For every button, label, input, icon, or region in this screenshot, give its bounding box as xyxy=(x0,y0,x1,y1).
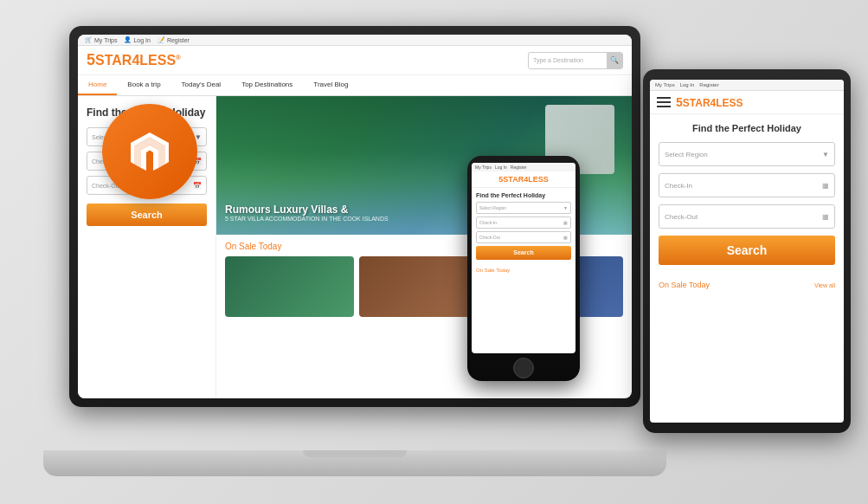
tablet-register: Register xyxy=(699,82,718,87)
laptop-search-box: Type a Destination 🔍 xyxy=(528,52,623,69)
phone-onsale: On Sale Today xyxy=(472,264,575,276)
tablet-body: My Trips Log In Register 5STAR4LESS xyxy=(643,69,851,433)
tablet-logo: 5STAR4LESS xyxy=(676,95,743,109)
phone-body: My Trips Log In Register 5STAR4LESS Find… xyxy=(467,156,580,381)
magento-logo xyxy=(102,104,197,199)
tablet-search-section: Find the Perfect Holiday Select Region ▼… xyxy=(650,114,844,274)
scene: 🛒 My Trips 👤 Log In 📝 Register xyxy=(0,0,868,504)
tablet-search-button[interactable]: Search xyxy=(659,236,835,265)
phone-cal-icon: ▦ xyxy=(563,220,568,225)
laptop-header: 5STAR4LESS® Type a Destination 🔍 xyxy=(78,46,632,75)
hamburger-icon[interactable] xyxy=(657,97,671,107)
laptop-nav: Home Book a trip Today's Deal Top Destin… xyxy=(78,75,632,96)
phone-cal-icon-2: ▦ xyxy=(563,235,568,240)
nav-todaysdeal[interactable]: Today's Deal xyxy=(171,75,232,95)
phone-region-field[interactable]: Select Region ▼ xyxy=(476,202,571,214)
search-icon[interactable]: 🔍 xyxy=(607,53,622,68)
tablet-cal-icon: ▦ xyxy=(822,182,829,190)
menu-line-3 xyxy=(657,106,671,107)
tablet-login: Log In xyxy=(680,82,695,87)
phone-logo: 5STAR4LESS xyxy=(472,171,575,188)
tablet-mytrips: My Trips xyxy=(655,82,675,87)
tablet-dropdown-icon: ▼ xyxy=(822,151,829,158)
tablet-screen: My Trips Log In Register 5STAR4LESS xyxy=(650,80,844,423)
search-button[interactable]: Search xyxy=(87,204,207,226)
phone-search-button[interactable]: Search xyxy=(476,246,571,260)
hero-text: Rumours Luxury Villas & 5 STAR VILLA ACC… xyxy=(225,204,389,222)
phone-login: Log In xyxy=(495,165,507,170)
laptop-topbar: 🛒 My Trips 👤 Log In 📝 Register xyxy=(78,35,632,46)
phone-section-title: Find the Perfect Holiday xyxy=(476,192,571,198)
sale-card-1[interactable] xyxy=(225,256,354,317)
phone-search-section: Find the Perfect Holiday Select Region ▼… xyxy=(472,188,575,264)
user-icon: 👤 xyxy=(124,36,132,43)
tablet-onsale: On Sale Today View all xyxy=(650,274,844,296)
topbar-mytrips[interactable]: 🛒 My Trips xyxy=(85,36,117,43)
cart-icon: 🛒 xyxy=(85,36,93,43)
menu-line-2 xyxy=(657,101,671,103)
nav-travelblog[interactable]: Travel Blog xyxy=(303,75,358,95)
hero-title: Rumours Luxury Villas & xyxy=(225,204,389,216)
phone-mytrips: My Trips xyxy=(475,165,492,170)
tablet-onsale-text: On Sale Today xyxy=(659,281,710,289)
tablet-section-title: Find the Perfect Holiday xyxy=(659,123,835,133)
hero-subtitle: 5 STAR VILLA ACCOMMODATION IN THE COOK I… xyxy=(225,216,389,222)
tablet-header: 5STAR4LESS xyxy=(650,91,844,114)
phone-screen: My Trips Log In Register 5STAR4LESS Find… xyxy=(472,163,575,353)
tablet-checkout-field[interactable]: Check-Out ▦ xyxy=(659,204,835,229)
phone-checkin-field[interactable]: Check-In ▦ xyxy=(476,216,571,229)
laptop-base xyxy=(43,450,666,476)
nav-bookatrip[interactable]: Book a trip xyxy=(117,75,170,95)
tablet-viewall[interactable]: View all xyxy=(814,282,835,288)
phone: My Trips Log In Register 5STAR4LESS Find… xyxy=(467,156,580,381)
register-icon: 📝 xyxy=(158,36,165,43)
nav-topdestinations[interactable]: Top Destinations xyxy=(231,75,303,95)
phone-checkout-field[interactable]: Check-Out ▦ xyxy=(476,231,571,243)
tablet-topbar: My Trips Log In Register xyxy=(650,80,844,91)
topbar-login[interactable]: 👤 Log In xyxy=(124,36,150,43)
phone-register: Register xyxy=(511,165,527,170)
laptop-logo: 5STAR4LESS® xyxy=(87,51,181,69)
phone-home-button[interactable] xyxy=(513,358,534,378)
nav-home[interactable]: Home xyxy=(78,75,117,95)
topbar-register[interactable]: 📝 Register xyxy=(158,36,190,43)
magento-icon xyxy=(124,126,176,178)
tablet-checkin-field[interactable]: Check-In ▦ xyxy=(659,173,835,197)
menu-line-1 xyxy=(657,97,671,99)
tablet-region-field[interactable]: Select Region ▼ xyxy=(659,142,835,166)
destination-input[interactable]: Type a Destination xyxy=(529,53,607,68)
tablet-cal-icon-2: ▦ xyxy=(822,213,829,221)
tablet: My Trips Log In Register 5STAR4LESS xyxy=(643,69,851,433)
phone-topbar: My Trips Log In Register xyxy=(472,163,575,171)
calendar-icon-2: 📅 xyxy=(193,182,202,190)
phone-dropdown-icon: ▼ xyxy=(563,205,568,210)
